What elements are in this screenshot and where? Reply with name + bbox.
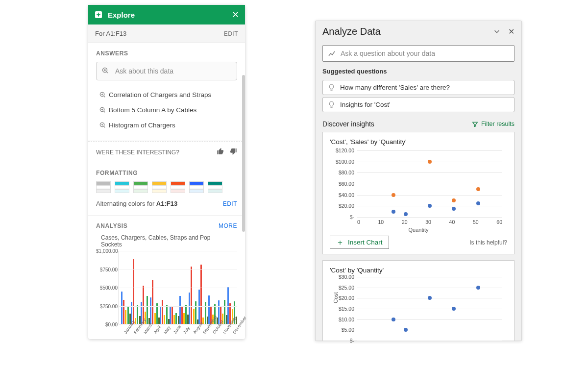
filter-icon [472,121,478,127]
search-icon [96,91,109,98]
palette-swatch-1[interactable] [115,181,129,193]
question-cost-insights[interactable]: Insights for 'Cost' [322,97,514,112]
explore-header: Explore ✕ [88,5,245,24]
range-label: For A1:F13 [95,30,126,37]
search-icon [101,67,109,76]
filter-results-button[interactable]: Filter results [472,121,514,127]
answers-heading: ANSWERS [96,50,237,57]
explore-icon [94,10,103,19]
palette-swatch-3[interactable] [152,181,167,193]
lightbulb-icon [328,84,335,91]
palette-swatch-4[interactable] [171,181,185,193]
palette-row [96,181,237,193]
analyze-header: Analyze Data ✕ [316,21,521,40]
insight-card-2: 'Cost' by 'Quantity' Cost $-$5.00$10.00$… [322,260,514,341]
explore-panel: Explore ✕ For A1:F13 EDIT ANSWERS Ask ab… [88,5,245,339]
thumbs-down-icon[interactable] [229,147,237,157]
range-bar: For A1:F13 EDIT [88,24,245,43]
suggestion-bottom5[interactable]: Bottom 5 Column A by Cables [96,102,237,118]
scatter-chart-1[interactable]: $-$20.00$40.00$60.00$80.00$100.00$120.00… [330,148,507,232]
insert-chart-button[interactable]: ＋ Insert Chart [330,236,389,249]
thumbs-up-icon[interactable] [217,147,224,157]
formatting-section: FORMATTING Alternating colors for A1:F13… [88,163,245,216]
palette-swatch-0[interactable] [96,181,111,193]
answers-section: ANSWERS Ask about this data Correlation … [88,43,245,141]
analysis-section: ANALYSIS MORE Cases, Chargers, Cables, S… [88,216,245,339]
suggestion-histogram[interactable]: Histogram of Chargers [96,118,237,133]
formatting-edit-button[interactable]: EDIT [223,200,237,207]
discover-heading: Discover insights [322,120,374,128]
card2-title: 'Cost' by 'Quantity' [330,267,507,274]
feedback-row: WERE THESE INTERESTING? [88,141,245,163]
palette-swatch-2[interactable] [133,181,148,193]
card1-title: 'Cost', 'Sales' by 'Quantity' [330,138,507,146]
chart-icon [328,49,336,57]
search-icon [96,106,109,114]
analysis-more-button[interactable]: MORE [219,222,237,229]
close-icon[interactable]: ✕ [508,27,514,36]
chevron-down-icon[interactable] [493,26,500,37]
analyze-ask-input[interactable]: Ask a question about your data [322,45,514,62]
alt-colors-label: Alternating colors for A1:F13 [96,200,177,207]
ask-placeholder: Ask about this data [115,67,173,75]
analyze-panel: Analyze Data ✕ Ask a question about your… [315,21,522,341]
bar-chart[interactable]: $1,000.00$750.00$500.00$250.00$0.00 Janu… [96,251,237,331]
is-this-helpful[interactable]: Is this helpful? [469,239,507,246]
palette-swatch-5[interactable] [189,181,204,193]
question-sales-count[interactable]: How many different 'Sales' are there? [322,80,514,95]
bar-chart-title: Cases, Chargers, Cables, Straps and Pop … [96,234,237,248]
suggested-heading: Suggested questions [316,68,521,78]
edit-range-button[interactable]: EDIT [224,30,238,37]
insight-card-1: 'Cost', 'Sales' by 'Quantity' $-$20.00$4… [322,132,514,254]
scatter-chart-2[interactable]: Cost $-$5.00$10.00$15.00$20.00$25.00$30.… [330,277,507,341]
lightbulb-icon [328,101,335,108]
close-icon[interactable]: ✕ [232,9,239,20]
feedback-label: WERE THESE INTERESTING? [96,149,179,156]
ask-input[interactable]: Ask about this data [96,62,237,80]
palette-swatch-6[interactable] [208,181,222,193]
explore-title: Explore [108,11,135,19]
analyze-title: Analyze Data [322,26,381,37]
analysis-heading: ANALYSIS [96,222,127,229]
search-icon [96,122,109,129]
formatting-heading: FORMATTING [96,170,237,176]
suggestion-correlation[interactable]: Correlation of Chargers and Straps [96,87,237,102]
plus-icon: ＋ [336,240,344,245]
